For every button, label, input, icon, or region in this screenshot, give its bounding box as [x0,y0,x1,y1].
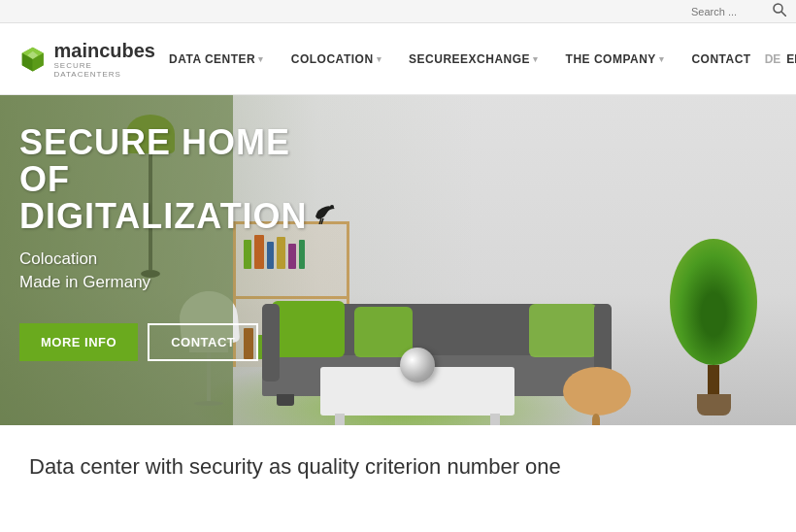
logo-tagline: SECURE DATACENTERS [54,61,156,79]
bottom-headline: Data center with security as quality cri… [29,454,767,480]
chevron-down-icon: ▾ [659,54,665,64]
main-nav: DATA CENTER ▾ COLOCATION ▾ SECUREEXCHANG… [155,52,765,66]
hero-section: SECURE HOME OF DIGITALIZATION Colocation… [0,95,796,425]
search-container [691,3,786,19]
chevron-down-icon: ▾ [377,54,382,64]
nav-item-secureexchange[interactable]: SECUREEXCHANGE ▾ [395,52,552,66]
search-input[interactable] [691,6,769,17]
nav-item-contact[interactable]: CONTACT [678,52,764,66]
chevron-down-icon: ▾ [533,54,539,64]
logo-icon [19,40,47,79]
hero-content: SECURE HOME OF DIGITALIZATION Colocation… [19,124,349,361]
svg-line-1 [782,13,786,17]
hero-buttons: MORE INFO CONTACT [19,323,349,361]
logo-name: maincubes [54,40,156,61]
lang-en[interactable]: EN [786,52,796,66]
search-button[interactable] [773,3,786,19]
nav-item-thecompany[interactable]: THE COMPANY ▾ [552,52,679,66]
hero-headline: SECURE HOME OF DIGITALIZATION [19,124,349,234]
logo-text: maincubes SECURE DATACENTERS [54,40,156,79]
site-header: maincubes SECURE DATACENTERS DATA CENTER… [0,23,796,95]
top-search-bar [0,0,796,23]
nav-item-datacenter[interactable]: DATA CENTER ▾ [155,52,278,66]
contact-button[interactable]: CONTACT [148,323,258,361]
chevron-down-icon: ▾ [258,54,264,64]
bottom-section: Data center with security as quality cri… [0,425,796,499]
svg-point-0 [774,4,782,13]
nav-item-colocation[interactable]: COLOCATION ▾ [278,52,395,66]
language-switcher: DE EN [765,52,796,66]
hero-subtext: Colocation Made in Germany [19,248,349,294]
logo[interactable]: maincubes SECURE DATACENTERS [19,40,155,79]
more-info-button[interactable]: MORE INFO [19,323,138,361]
lang-de[interactable]: DE [765,52,781,66]
